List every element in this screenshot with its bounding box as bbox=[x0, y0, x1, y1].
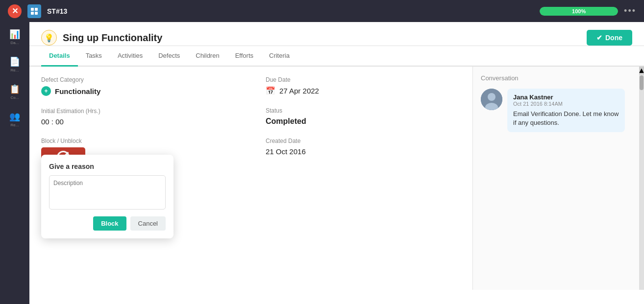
initial-estimation-value: 00 : 00 bbox=[41, 117, 236, 126]
calendar-icon: 📅 bbox=[266, 86, 275, 95]
done-check-icon: ✔ bbox=[596, 34, 602, 42]
reports-icon: 📄 bbox=[9, 56, 20, 67]
tab-criteria[interactable]: Criteria bbox=[261, 46, 297, 67]
details-columns: Defect Category + Functionality Initial … bbox=[41, 76, 461, 290]
status-value: Completed bbox=[266, 117, 461, 126]
done-button[interactable]: ✔ Done bbox=[587, 30, 632, 46]
collections-icon: 📋 bbox=[9, 84, 20, 94]
progress-bar-fill: 100% bbox=[540, 7, 618, 16]
topbar-right: 100% ••• bbox=[540, 6, 636, 16]
page-header-icon: 💡 bbox=[41, 30, 57, 46]
initial-estimation-group: Initial Estimation (Hrs.) 00 : 00 bbox=[41, 108, 236, 126]
reason-description-input[interactable] bbox=[49, 175, 166, 210]
sidebar-item-label-collections: Co... bbox=[11, 95, 19, 100]
svg-rect-1 bbox=[35, 8, 38, 11]
reason-popup: Give a reason Block Cancel bbox=[41, 155, 173, 238]
chat-time: Oct 21 2016 8:14AM bbox=[513, 101, 619, 107]
tab-efforts[interactable]: Efforts bbox=[227, 46, 261, 67]
tab-children[interactable]: Children bbox=[188, 46, 227, 67]
sidebar-item-dashboard[interactable]: 📊 Da... bbox=[5, 27, 25, 47]
svg-rect-0 bbox=[31, 8, 34, 11]
tab-defects[interactable]: Defects bbox=[150, 46, 188, 67]
due-date-value: 📅 27 Apr 2022 bbox=[266, 86, 461, 95]
scrollbar-thumb[interactable] bbox=[640, 75, 644, 90]
sidebar-item-collections[interactable]: 📋 Co... bbox=[5, 82, 25, 101]
right-column: Due Date 📅 27 Apr 2022 Status Completed bbox=[266, 76, 461, 290]
avatar bbox=[481, 89, 502, 110]
sidebar: 📊 Da... 📄 Re... 📋 Co... 👥 Re... bbox=[0, 22, 29, 304]
defect-category-group: Defect Category + Functionality bbox=[41, 76, 236, 96]
progress-label: 100% bbox=[572, 8, 586, 14]
tabs: Details Tasks Activities Defects Childre… bbox=[29, 46, 644, 67]
content-area: 💡 Sing up Functionality ✔ Done Details T… bbox=[29, 22, 644, 304]
scroll-up-arrow[interactable]: ▲ bbox=[639, 67, 644, 74]
block-confirm-button[interactable]: Block bbox=[93, 216, 126, 231]
due-date-text: 27 Apr 2022 bbox=[279, 87, 319, 95]
close-button[interactable]: ✕ bbox=[8, 4, 22, 18]
sidebar-item-reports[interactable]: 📄 Re... bbox=[5, 54, 25, 74]
chat-text: Email Verification Done. Let me know if … bbox=[513, 110, 619, 127]
created-date-group: Created Date 21 Oct 2016 bbox=[266, 138, 461, 156]
page-header: 💡 Sing up Functionality ✔ Done bbox=[29, 22, 644, 46]
due-date-label: Due Date bbox=[266, 76, 461, 83]
defect-category-text: Functionality bbox=[55, 87, 100, 95]
more-options-icon[interactable]: ••• bbox=[624, 6, 636, 16]
progress-bar-container: 100% bbox=[540, 7, 618, 16]
sidebar-item-resources[interactable]: 👥 Re... bbox=[5, 109, 25, 129]
sidebar-item-label-resources: Re... bbox=[11, 123, 19, 127]
sidebar-item-label-dashboard: Da... bbox=[11, 41, 19, 45]
topbar-app-icon bbox=[27, 4, 41, 18]
svg-rect-3 bbox=[35, 12, 38, 15]
resources-icon: 👥 bbox=[9, 111, 20, 122]
conversation-panel: Conversation Jana Kastner Oct 21 2016 8:… bbox=[472, 67, 639, 290]
chat-author: Jana Kastner bbox=[513, 94, 619, 101]
left-column: Defect Category + Functionality Initial … bbox=[41, 76, 236, 290]
created-date-label: Created Date bbox=[266, 138, 461, 144]
svg-rect-2 bbox=[31, 12, 34, 15]
sidebar-item-label-reports: Re... bbox=[11, 68, 19, 72]
defect-category-label: Defect Category bbox=[41, 76, 236, 83]
scrollbar[interactable]: ▲ bbox=[639, 67, 644, 290]
done-label: Done bbox=[605, 34, 622, 42]
topbar: ✕ ST#13 100% ••• bbox=[0, 0, 644, 22]
details-conversation-split: Defect Category + Functionality Initial … bbox=[29, 67, 644, 290]
created-date-value: 21 Oct 2016 bbox=[266, 147, 461, 156]
main-layout: 📊 Da... 📄 Re... 📋 Co... 👥 Re... 💡 Sing u… bbox=[0, 22, 644, 304]
conversation-title: Conversation bbox=[481, 74, 631, 82]
dashboard-icon: 📊 bbox=[9, 29, 20, 40]
initial-estimation-label: Initial Estimation (Hrs.) bbox=[41, 108, 236, 115]
block-unblock-label: Block / Unblock bbox=[41, 138, 236, 144]
status-group: Status Completed bbox=[266, 107, 461, 126]
details-body: Defect Category + Functionality Initial … bbox=[29, 67, 472, 290]
chat-message-row: Jana Kastner Oct 21 2016 8:14AM Email Ve… bbox=[481, 89, 631, 132]
tab-activities[interactable]: Activities bbox=[110, 46, 150, 67]
defect-category-value: + Functionality bbox=[41, 86, 236, 96]
cancel-button[interactable]: Cancel bbox=[130, 216, 166, 231]
tab-details[interactable]: Details bbox=[41, 46, 78, 67]
reason-buttons: Block Cancel bbox=[49, 216, 166, 231]
reason-popup-title: Give a reason bbox=[49, 163, 166, 170]
due-date-group: Due Date 📅 27 Apr 2022 bbox=[266, 76, 461, 95]
tab-tasks[interactable]: Tasks bbox=[78, 46, 110, 67]
status-label: Status bbox=[266, 107, 461, 114]
chat-bubble: Jana Kastner Oct 21 2016 8:14AM Email Ve… bbox=[507, 89, 625, 132]
page-title: Sing up Functionality bbox=[63, 32, 587, 44]
defect-category-icon: + bbox=[41, 86, 51, 96]
topbar-title: ST#13 bbox=[47, 7, 67, 15]
svg-point-5 bbox=[488, 93, 495, 101]
